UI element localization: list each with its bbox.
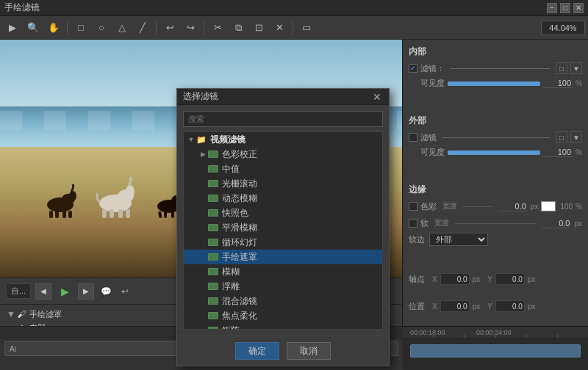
dialog-title-bar: 选择滤镜 ✕ [177,89,389,105]
axis-row: 轴点 X px Y px [409,272,582,286]
ft-icon-8 [207,266,219,278]
edge-color-checkbox[interactable] [409,202,417,211]
search-input[interactable] [183,111,383,127]
softedge-dropdown[interactable]: 外部 内部 [429,233,488,246]
position-x-field[interactable] [440,300,470,312]
close-button[interactable]: ✕ [573,3,584,13]
ft-item-3[interactable]: 动态模糊 [184,191,382,206]
inner-filter-menu[interactable]: ▼ [570,62,582,74]
softedge-label: 软边 [409,234,425,245]
maximize-button[interactable]: □ [560,3,570,13]
outer-filter-menu[interactable]: ▼ [570,131,582,143]
tool-pan[interactable]: ✋ [44,18,63,37]
dialog-footer: 确定 取消 [177,335,389,366]
ft-item-1[interactable]: 中值 [184,162,382,176]
confirm-button[interactable]: 确定 [235,342,279,360]
comment-icon[interactable]: 💬 [98,284,113,299]
tool-paste[interactable]: ⊡ [249,18,268,37]
outer-filter-edit[interactable]: □ [556,131,567,143]
pos-x-unit: px [473,302,481,311]
outer-filter-checkbox[interactable] [409,133,417,142]
pos-y-label: Y [487,302,492,311]
ft-item-0[interactable]: ▶ 色彩校正 [184,147,382,162]
pos-x-label: X [432,302,437,311]
ft-expand-0[interactable]: ▶ [198,150,207,158]
tool-rect[interactable]: □ [71,18,90,37]
ft-root[interactable]: ▼ 📁 视频滤镜 [184,132,382,147]
axis-x-field[interactable] [440,273,470,285]
toolbar-sep-2 [156,21,157,35]
ft-item-7[interactable]: 手绘遮罩 [184,250,382,264]
softedge-row: 软边 外部 内部 [409,233,582,246]
edge-width-value[interactable]: 0.0 [498,202,528,211]
track-name: Ai [10,345,16,353]
axis-x-unit: px [473,275,481,283]
inner-vis-label: 可见度 [420,78,445,89]
ft-label-10: 混合滤镜 [222,295,257,308]
edge-soft-checkbox[interactable] [409,219,417,228]
tool-ellipse[interactable]: ○ [92,18,111,37]
ft-root-label: 视频滤镜 [210,134,245,146]
edge-soft-width-label: 宽度 [434,218,449,228]
nav-next[interactable]: ▶ [78,283,94,300]
outer-vis-value[interactable]: 100 [543,148,573,157]
minimize-button[interactable]: − [547,3,557,13]
filter-icon-11 [208,312,218,319]
tool-undo[interactable]: ↩ [160,18,179,37]
ft-item-4[interactable]: 快照色 [184,206,382,220]
ft-item-8[interactable]: 模糊 [184,264,382,279]
tool-cut[interactable]: ✂ [208,18,227,37]
inner-vis-bar[interactable] [448,81,540,86]
ft-icon-10 [207,295,219,307]
ft-label-3: 动态模糊 [222,192,257,205]
position-y-field[interactable] [495,300,525,312]
dialog-close-button[interactable]: ✕ [371,91,383,103]
ft-item-6[interactable]: 循环幻灯 [184,235,382,250]
tool-line[interactable]: ╱ [133,18,152,37]
ft-item-10[interactable]: 混合滤镜 [184,294,382,308]
outer-vis-bar[interactable] [448,150,540,155]
ft-item-12[interactable]: 矩阵 [184,323,382,330]
tick-3 [465,334,495,338]
track-clip[interactable] [410,344,581,358]
tool-redo[interactable]: ↪ [181,18,200,37]
zoom-level[interactable]: 44.04% [541,21,585,35]
outer-filter-row: 滤镜 □ ▼ [409,130,582,145]
ft-item-5[interactable]: 平滑模糊 [184,220,382,235]
tool-triangle[interactable]: △ [112,18,132,37]
cancel-button[interactable]: 取消 [287,342,331,360]
loop-icon[interactable]: ↩ [118,284,132,299]
soft-width-value[interactable]: 0.0 [542,219,571,228]
nav-prev[interactable]: ◀ [35,283,51,300]
svg-rect-16 [158,211,162,218]
tool-frame[interactable]: ▭ [297,18,316,37]
ft-item-2[interactable]: 光栅滚动 [184,176,382,191]
root-expand-icon[interactable]: ▼ [6,309,16,319]
tool-zoom[interactable]: 🔍 [24,18,43,37]
tool-copy[interactable]: ⧉ [229,18,248,37]
axis-y-field[interactable] [495,273,525,285]
ft-root-expand[interactable]: ▼ [187,136,196,143]
edge-soft-label: 软 [420,218,429,229]
ft-item-9[interactable]: 浮雕 [184,279,382,294]
edge-color-swatch[interactable] [541,201,556,211]
inner-filter-edit[interactable]: □ [556,62,567,74]
tool-select[interactable]: ▶ [3,18,22,37]
ft-label-7: 手绘遮罩 [222,251,257,264]
horse-2 [92,175,140,218]
ft-item-11[interactable]: 焦点柔化 [184,308,382,323]
inner-filter-checkbox[interactable] [409,64,417,73]
inner-visibility-row: 可见度 100 % [409,78,582,89]
inner-vis-value[interactable]: 100 [543,79,573,88]
tool-delete[interactable]: ✕ [270,18,289,37]
filter-dialog: 选择滤镜 ✕ ▼ 📁 视频滤镜 ▶ 色彩校正 [176,88,390,366]
edge-pct-value[interactable]: 100 [560,203,573,211]
play-button[interactable]: ▶ [56,283,74,300]
filter-icon-2 [208,180,218,187]
timeline-ruler: 00:00:18:00 00:00:24:00 [403,327,588,338]
edge-color-row: 色彩 宽度 0.0 px 100 % [409,199,582,214]
ft-icon-5 [207,222,219,233]
timeline: 00:00:18:00 00:00:24:00 [403,326,588,370]
toolbar: ▶ 🔍 ✋ □ ○ △ ╱ ↩ ↪ ✂ ⧉ ⊡ ✕ ▭ 44.04% [0,16,588,40]
filter-tree[interactable]: ▼ 📁 视频滤镜 ▶ 色彩校正 中值 [183,131,383,330]
